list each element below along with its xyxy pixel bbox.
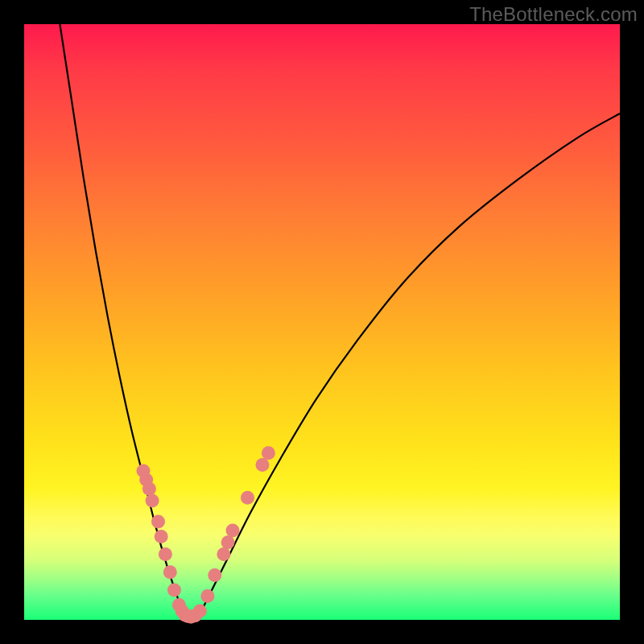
highlight-dots bbox=[137, 446, 275, 624]
highlight-dot bbox=[256, 458, 270, 472]
curve-layer bbox=[24, 24, 620, 620]
highlight-dot bbox=[151, 514, 165, 528]
chart-frame: TheBottleneck.com bbox=[0, 0, 644, 644]
highlight-dot bbox=[262, 446, 275, 460]
highlight-dot bbox=[155, 530, 168, 543]
highlight-dot bbox=[241, 491, 254, 505]
plot-area bbox=[24, 24, 620, 620]
highlight-dot bbox=[226, 524, 240, 538]
watermark-text: TheBottleneck.com bbox=[469, 3, 638, 26]
highlight-dot bbox=[200, 589, 214, 603]
highlight-dot bbox=[159, 547, 172, 561]
left-curve bbox=[60, 24, 184, 620]
highlight-dot bbox=[163, 565, 177, 579]
highlight-dot bbox=[221, 535, 235, 549]
highlight-dot bbox=[217, 547, 230, 561]
highlight-dot bbox=[208, 568, 221, 582]
highlight-dot bbox=[146, 494, 159, 508]
highlight-dot bbox=[142, 482, 156, 496]
highlight-dot bbox=[193, 604, 207, 617]
right-curve bbox=[197, 114, 620, 620]
highlight-dot bbox=[167, 584, 181, 597]
